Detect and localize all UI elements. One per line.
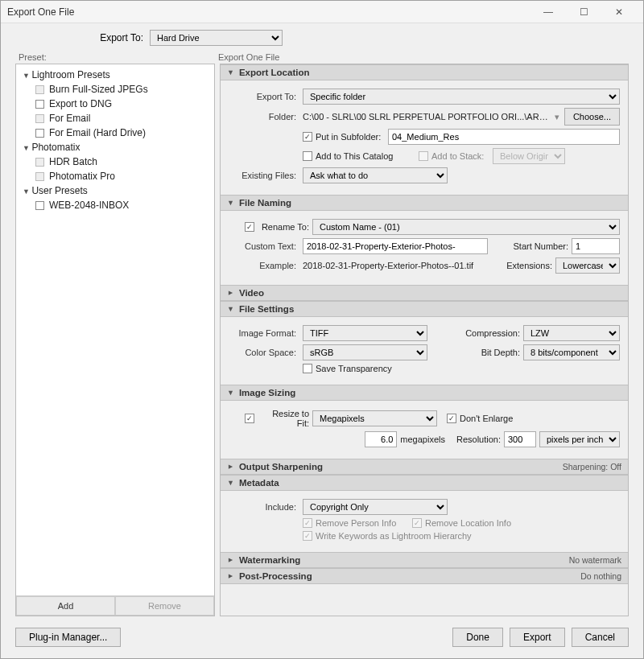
- plugin-manager-button[interactable]: Plug-in Manager...: [15, 628, 121, 647]
- preset-box-icon: [35, 100, 44, 109]
- export-to-label: Export To:: [1, 32, 150, 43]
- preset-group-photomatix[interactable]: Photomatix: [18, 140, 213, 154]
- sharpening-status: Sharpening: Off: [563, 462, 621, 472]
- disclosure-icon: ▼: [226, 290, 234, 297]
- existing-files-select[interactable]: Ask what to do: [303, 167, 448, 183]
- chevron-icon[interactable]: ▾: [555, 112, 564, 122]
- add-catalog-label: Add to This Catalog: [316, 151, 419, 161]
- resolution-label: Resolution:: [456, 435, 504, 444]
- save-transparency-label: Save Transparency: [316, 364, 392, 373]
- preset-add-button[interactable]: Add: [16, 596, 115, 616]
- example-label: Example:: [229, 261, 303, 270]
- preset-item[interactable]: For Email: [18, 111, 213, 126]
- cancel-button[interactable]: Cancel: [572, 628, 629, 647]
- resolution-unit-select[interactable]: pixels per inch: [539, 431, 620, 447]
- image-format-select[interactable]: TIFF: [303, 325, 427, 341]
- export-to-row: Export To: Hard Drive: [1, 23, 643, 52]
- save-transparency-checkbox[interactable]: [303, 364, 312, 373]
- rename-to-select[interactable]: Custom Name - (01): [312, 219, 620, 235]
- write-keywords-label: Write Keywords as Lightroom Hierarchy: [316, 531, 472, 541]
- megapixel-unit: megapixels: [397, 435, 456, 444]
- export-to-select[interactable]: Hard Drive: [150, 30, 283, 46]
- add-catalog-checkbox[interactable]: [303, 151, 312, 161]
- preset-tree[interactable]: Lightroom Presets Burn Full-Sized JPEGs …: [16, 64, 214, 595]
- include-label: Include:: [229, 502, 303, 512]
- start-number-label: Start Number:: [514, 241, 572, 251]
- close-button[interactable]: ✕: [601, 1, 637, 23]
- resolution-input[interactable]: [504, 431, 536, 447]
- section-export-location[interactable]: ▼Export Location: [221, 64, 628, 80]
- include-select[interactable]: Copyright Only: [303, 499, 448, 515]
- dialog-footer: Plug-in Manager... Done Export Cancel: [1, 620, 643, 658]
- loc-exportto-label: Export To:: [229, 92, 303, 101]
- section-post-processing[interactable]: ▼Post-ProcessingDo nothing: [221, 568, 628, 584]
- section-video[interactable]: ▼Video: [221, 285, 628, 301]
- preset-item[interactable]: Photomatix Pro: [18, 169, 213, 183]
- start-number-input[interactable]: [572, 238, 620, 254]
- image-format-label: Image Format:: [229, 328, 303, 338]
- add-stack-label: Add to Stack:: [431, 151, 493, 161]
- choose-button[interactable]: Choose...: [564, 108, 620, 126]
- settings-panel: ▼Export Location Export To: Specific fol…: [220, 64, 629, 616]
- export-button[interactable]: Export: [510, 628, 565, 647]
- done-button[interactable]: Done: [452, 628, 503, 647]
- custom-text-input[interactable]: [303, 238, 488, 254]
- disclosure-icon: ▼: [226, 573, 234, 580]
- megapixel-input[interactable]: [365, 431, 397, 447]
- color-space-label: Color Space:: [229, 348, 303, 357]
- put-subfolder-input[interactable]: [388, 129, 620, 145]
- section-watermarking[interactable]: ▼WatermarkingNo watermark: [221, 552, 628, 568]
- dont-enlarge-checkbox[interactable]: [447, 414, 456, 423]
- bit-depth-select[interactable]: 8 bits/component: [523, 344, 620, 360]
- preset-item[interactable]: For Email (Hard Drive): [18, 126, 213, 140]
- disclosure-icon: ▼: [227, 389, 234, 397]
- minimize-button[interactable]: —: [530, 1, 566, 23]
- preset-group-user[interactable]: User Presets: [18, 183, 213, 198]
- preset-item[interactable]: Burn Full-Sized JPEGs: [18, 82, 213, 97]
- maximize-button[interactable]: ☐: [566, 1, 601, 23]
- put-subfolder-checkbox[interactable]: [303, 132, 312, 142]
- disclosure-icon: ▼: [226, 463, 234, 471]
- dont-enlarge-label: Don't Enlarge: [460, 414, 513, 423]
- section-image-sizing[interactable]: ▼Image Sizing: [221, 385, 628, 401]
- titlebar: Export One File — ☐ ✕: [1, 1, 643, 23]
- section-file-settings[interactable]: ▼File Settings: [221, 301, 628, 317]
- watermarking-status: No watermark: [569, 555, 621, 565]
- rename-to-checkbox[interactable]: [245, 222, 254, 232]
- export-dialog: Export One File — ☐ ✕ Export To: Hard Dr…: [0, 0, 644, 659]
- preset-box-icon: [35, 158, 44, 167]
- resize-fit-select[interactable]: Megapixels: [312, 410, 437, 426]
- preset-box-icon: [35, 129, 44, 138]
- loc-exportto-select[interactable]: Specific folder: [303, 89, 620, 105]
- preset-panel: Lightroom Presets Burn Full-Sized JPEGs …: [15, 64, 215, 616]
- preset-box-icon: [35, 114, 44, 123]
- settings-col-label: Export One File: [218, 52, 279, 62]
- preset-item[interactable]: Export to DNG: [18, 97, 213, 111]
- column-headers: Preset: Export One File: [1, 52, 643, 64]
- custom-text-label: Custom Text:: [229, 241, 303, 251]
- compression-label: Compression:: [459, 328, 523, 338]
- put-subfolder-label: Put in Subfolder:: [316, 132, 388, 142]
- extensions-label: Extensions:: [506, 261, 555, 270]
- compression-select[interactable]: LZW: [523, 325, 620, 341]
- preset-box-icon: [35, 201, 44, 210]
- color-space-select[interactable]: sRGB: [303, 344, 427, 360]
- preset-remove-button[interactable]: Remove: [115, 596, 214, 616]
- remove-location-checkbox: [412, 518, 422, 528]
- rename-to-label: Rename To:: [258, 222, 312, 232]
- example-value: 2018-02-31-Property-Exterior-Photos--01.…: [303, 261, 506, 270]
- preset-group-lightroom[interactable]: Lightroom Presets: [18, 68, 213, 82]
- preset-box-icon: [35, 85, 44, 94]
- resize-fit-checkbox[interactable]: [245, 414, 254, 423]
- preset-item[interactable]: HDR Batch: [18, 154, 213, 169]
- write-keywords-checkbox: [303, 531, 312, 541]
- section-metadata[interactable]: ▼Metadata: [221, 475, 628, 491]
- extensions-select[interactable]: Lowercase: [555, 257, 620, 274]
- remove-person-checkbox: [303, 518, 312, 528]
- section-file-naming[interactable]: ▼File Naming: [221, 195, 628, 211]
- folder-label: Folder:: [229, 112, 303, 122]
- remove-person-label: Remove Person Info: [316, 518, 412, 528]
- preset-item[interactable]: WEB-2048-INBOX: [18, 198, 213, 212]
- disclosure-icon: ▼: [227, 68, 234, 76]
- section-output-sharpening[interactable]: ▼Output SharpeningSharpening: Off: [221, 459, 628, 475]
